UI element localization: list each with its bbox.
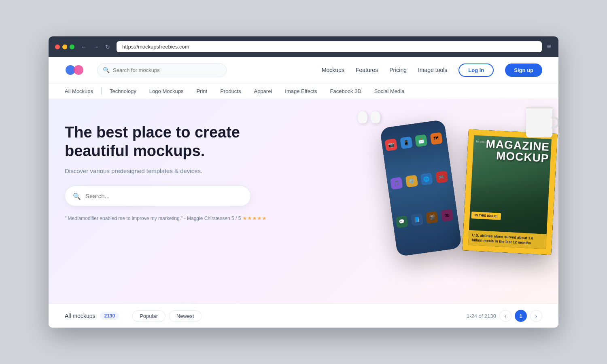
hero-subtitle: Discover various predesigned templates &…	[65, 167, 267, 174]
cat-all-mockups[interactable]: All Mockups	[65, 88, 100, 94]
browser-menu-icon[interactable]: ≡	[547, 42, 552, 51]
app-icon: 🎮	[435, 171, 448, 184]
cat-apparel[interactable]: Apparel	[247, 88, 278, 94]
nav-mockups[interactable]: Mockups	[322, 67, 344, 73]
signup-button[interactable]: Sign up	[505, 63, 542, 77]
testimonial-author: - Maggie Chirstensen	[184, 216, 230, 221]
testimonial-rating: 5 / 5	[231, 216, 241, 221]
app-icon: 📘	[410, 213, 423, 226]
magazine-mockup: In this issue: MAGAZINE MOCKUP IN THIS I…	[462, 129, 557, 255]
browser-window: ← → ↻ https://mockupsfreebies.com ≡ 🔍 Mo…	[49, 36, 558, 328]
minimize-button[interactable]	[62, 44, 67, 49]
site-header: 🔍 Mockups Features Pricing Image tools L…	[49, 57, 558, 83]
hero-search-icon: 🔍	[73, 192, 81, 200]
nav-pricing[interactable]: Pricing	[389, 67, 407, 73]
hero-content: The best place to create beautiful mocku…	[49, 99, 283, 206]
app-icon: 🌐	[420, 173, 433, 186]
nav-divider	[101, 87, 102, 95]
mug-body	[526, 107, 552, 138]
browser-nav: ← → ↻	[79, 43, 112, 51]
hero-title: The best place to create beautiful mocku…	[65, 123, 267, 160]
cat-logo-mockups[interactable]: Logo Mockups	[143, 88, 190, 94]
app-icon: 💬	[395, 216, 408, 229]
app-icon: 🛍	[441, 209, 454, 222]
cat-social-media[interactable]: Social Media	[368, 88, 411, 94]
prev-page-button[interactable]: ‹	[499, 310, 511, 322]
earbud-right	[371, 111, 380, 123]
filter-buttons: Popular Newest	[132, 310, 202, 322]
maximize-button[interactable]	[70, 44, 74, 49]
cat-products[interactable]: Products	[214, 88, 247, 94]
app-icon: 📱	[400, 136, 413, 149]
nav-image-tools[interactable]: Image tools	[418, 67, 447, 73]
app-icon: 🎵	[390, 177, 403, 190]
app-icon: 🗺	[430, 132, 443, 145]
header-search-input[interactable]	[97, 63, 227, 77]
hero-images: 📷 📱 📩 🗺 🎵 ⚙️ 🌐 🎮 💬 📘 🎬 🛍	[316, 107, 558, 293]
app-icon: 📩	[415, 134, 428, 147]
app-icon: 📷	[385, 138, 398, 151]
phone-screen: 📷 📱 📩 🗺 🎵 ⚙️ 🌐 🎮 💬 📘 🎬 🛍	[380, 119, 462, 256]
bottom-bar: All mockups 2130 Popular Newest 1-24 of …	[49, 304, 558, 328]
pagination: 1-24 of 2130 ‹ 1 ›	[467, 310, 542, 322]
mockup-count-badge: 2130	[100, 312, 119, 320]
app-icon: ⚙️	[405, 175, 418, 188]
category-nav: All Mockups Technology Logo Mockups Prin…	[49, 83, 558, 99]
magazine-cover: In this issue: MAGAZINE MOCKUP IN THIS I…	[462, 129, 557, 255]
refresh-button[interactable]: ↻	[104, 43, 112, 51]
earbud-left	[358, 111, 367, 123]
cat-print[interactable]: Print	[190, 88, 214, 94]
hero-section: The best place to create beautiful mocku…	[49, 99, 558, 304]
next-page-button[interactable]: ›	[530, 310, 542, 322]
mug-handle	[552, 116, 558, 129]
login-button[interactable]: Log in	[458, 63, 494, 77]
site-logo[interactable]	[65, 62, 89, 78]
earbuds-image	[358, 111, 380, 123]
current-page-number[interactable]: 1	[515, 310, 527, 322]
phone-mockup: 📷 📱 📩 🗺 🎵 ⚙️ 🌐 🎮 💬 📘 🎬 🛍	[380, 119, 462, 256]
app-icon: 🎬	[426, 211, 439, 224]
testimonial-stars: ★★★★★	[242, 215, 267, 221]
hero-search-input[interactable]	[65, 186, 251, 206]
forward-button[interactable]: →	[91, 43, 100, 51]
website-content: 🔍 Mockups Features Pricing Image tools L…	[49, 57, 558, 328]
header-search-wrap: 🔍	[97, 63, 227, 77]
nav-links: Mockups Features Pricing Image tools Log…	[322, 63, 542, 77]
pagination-info: 1-24 of 2130	[467, 313, 496, 319]
testimonial-quote: " Mediamodifier enabled me to improve my…	[65, 216, 183, 221]
search-icon: 🔍	[103, 67, 110, 73]
newest-filter-button[interactable]: Newest	[169, 310, 202, 322]
address-bar[interactable]: https://mockupsfreebies.com	[117, 41, 542, 52]
browser-chrome: ← → ↻ https://mockupsfreebies.com ≡	[49, 36, 558, 57]
back-button[interactable]: ←	[79, 43, 88, 51]
mug-image	[526, 107, 558, 144]
hero-search-wrap: 🔍	[65, 186, 251, 206]
all-mockups-label: All mockups	[65, 313, 95, 319]
cat-technology[interactable]: Technology	[103, 88, 143, 94]
traffic-lights	[55, 44, 74, 49]
cat-facebook-3d[interactable]: Facebook 3D	[324, 88, 368, 94]
cat-image-effects[interactable]: Image Effects	[278, 88, 323, 94]
nav-features[interactable]: Features	[356, 67, 378, 73]
svg-point-1	[74, 65, 83, 75]
close-button[interactable]	[55, 44, 60, 49]
popular-filter-button[interactable]: Popular	[132, 310, 166, 322]
